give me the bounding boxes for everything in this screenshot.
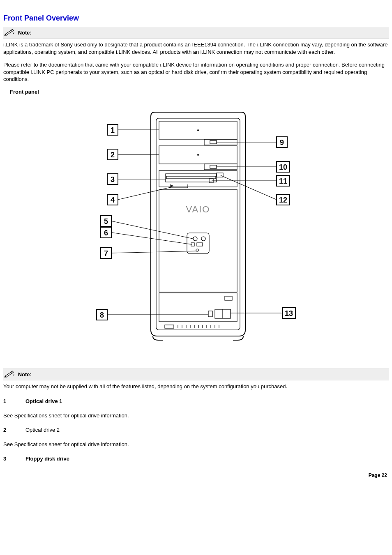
svg-rect-12 [217, 173, 223, 177]
callout-items-table: 1 Optical drive 1 See Specifications she… [3, 396, 131, 464]
table-row: See Specifications sheet for optical dri… [3, 407, 131, 424]
item-label: Floppy disk drive [25, 453, 131, 464]
table-row: See Specifications sheet for optical dri… [3, 435, 131, 453]
svg-text:7: 7 [104, 249, 108, 258]
vaio-logo: VAIO [186, 204, 210, 214]
figure-caption: Front panel [10, 89, 389, 95]
note1-paragraph1: i.LINK is a trademark of Sony used only … [3, 41, 389, 55]
note-label: Note: [18, 30, 32, 36]
note2-paragraph: Your computer may not be supplied with a… [3, 383, 389, 390]
note-bar-1: Note: [3, 27, 389, 39]
svg-text:9: 9 [280, 138, 284, 147]
note1-paragraph2: Please refer to the documentation that c… [3, 61, 389, 83]
svg-rect-8 [210, 165, 217, 168]
svg-rect-22 [159, 293, 237, 322]
svg-text:6: 6 [104, 229, 108, 237]
table-row: 3 Floppy disk drive [3, 453, 131, 464]
page-number: Page 22 [3, 472, 389, 478]
svg-rect-38 [165, 325, 174, 328]
svg-rect-10 [166, 176, 216, 179]
svg-point-14 [171, 185, 173, 187]
svg-text:1: 1 [111, 126, 115, 134]
table-row: 1 Optical drive 1 [3, 396, 131, 407]
svg-line-50 [118, 187, 172, 200]
svg-rect-23 [225, 296, 232, 300]
svg-rect-21 [187, 233, 209, 253]
svg-rect-11 [166, 174, 217, 182]
svg-rect-19 [197, 243, 203, 246]
note-label: Note: [18, 371, 32, 378]
item-number: 2 [3, 424, 25, 435]
table-row: 2 Optical drive 2 [3, 424, 131, 435]
svg-line-59 [111, 251, 197, 253]
page-title: Front Panel Overview [3, 14, 389, 23]
item-description: See Specifications sheet for optical dri… [3, 407, 131, 424]
item-number: 3 [3, 453, 25, 464]
item-number: 1 [3, 396, 25, 407]
svg-text:4: 4 [111, 196, 115, 204]
svg-point-17 [201, 237, 205, 241]
svg-rect-0 [156, 118, 240, 330]
svg-rect-26 [208, 311, 212, 317]
item-label: Optical drive 1 [25, 396, 131, 407]
item-label: Optical drive 2 [25, 424, 131, 435]
svg-text:2: 2 [111, 151, 115, 159]
svg-text:13: 13 [285, 309, 293, 318]
svg-text:5: 5 [104, 217, 108, 226]
svg-line-74 [221, 175, 277, 200]
svg-point-6 [197, 154, 199, 156]
svg-text:12: 12 [279, 196, 287, 204]
item-description: See Specifications sheet for optical dri… [3, 435, 131, 453]
svg-point-2 [197, 129, 199, 131]
pencil-icon [4, 28, 16, 37]
svg-text:3: 3 [111, 175, 115, 184]
svg-text:8: 8 [100, 311, 104, 319]
front-panel-diagram: .ln { stroke:#000; stroke-width:2; fill:… [3, 100, 389, 355]
svg-rect-4 [210, 140, 217, 144]
svg-text:10: 10 [279, 163, 287, 171]
pencil-icon [4, 370, 16, 379]
svg-line-53 [111, 221, 193, 239]
svg-point-16 [193, 237, 197, 241]
svg-line-56 [111, 233, 192, 244]
svg-text:11: 11 [279, 177, 287, 185]
note-bar-2: Note: [3, 368, 389, 380]
